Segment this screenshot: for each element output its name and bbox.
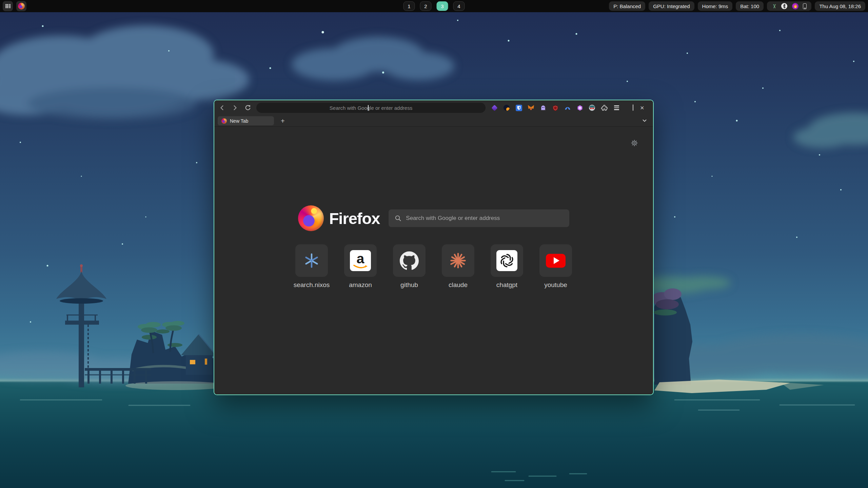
workspace-1[interactable]: 1 (403, 1, 415, 11)
extension-dark-reader-icon[interactable] (503, 104, 510, 111)
firefox-window: Search with Google or enter address (214, 100, 654, 395)
shortcut-label: amazon (349, 281, 372, 289)
back-button[interactable] (217, 103, 227, 113)
puzzle-icon (601, 104, 608, 111)
water-highlights (20, 400, 854, 481)
claude-starburst-icon (449, 251, 467, 270)
status-bar: 1 2 3 4 P: Balanced GPU: Integrated Home… (0, 0, 868, 12)
extensions-puzzle-button[interactable] (601, 104, 608, 111)
close-button[interactable]: × (640, 104, 644, 111)
url-bar[interactable]: Search with Google or enter address (256, 103, 486, 113)
shortcut-amazon[interactable]: a amazon (344, 244, 377, 289)
extension-spy-face-icon[interactable] (589, 104, 595, 111)
shortcut-youtube[interactable]: youtube (539, 244, 572, 289)
phone-tray-icon[interactable] (803, 3, 807, 9)
openai-knot-icon (496, 250, 517, 271)
workspace-3-label: 3 (441, 3, 443, 9)
search-icon (395, 215, 401, 222)
workspace-3-active[interactable]: 3 (437, 1, 448, 11)
text-caret (368, 105, 369, 110)
workspace-4-label: 4 (457, 3, 460, 9)
firefox-launcher-button[interactable] (16, 1, 26, 11)
apps-launcher-button[interactable] (3, 1, 13, 11)
chevron-down-icon (642, 118, 648, 124)
workspace-2-label: 2 (424, 3, 427, 9)
extension-purple-gem-icon[interactable] (491, 104, 498, 111)
personalize-button[interactable] (631, 139, 638, 148)
shortcut-label: chatgpt (496, 281, 517, 289)
list-all-tabs-button[interactable] (642, 118, 648, 125)
new-tab-page: Firefox (214, 127, 653, 394)
clock-pill[interactable]: Thu Aug 08, 18:26 (815, 1, 865, 11)
browser-toolbar: Search with Google or enter address (214, 100, 653, 115)
back-icon (219, 104, 225, 111)
workspace-switcher: 1 2 3 4 (403, 1, 465, 11)
firefox-icon (18, 3, 25, 9)
shortcuts-row: search.nixos a amazon github (214, 244, 653, 289)
extension-metamask-icon[interactable] (528, 104, 534, 111)
power-profile-pill[interactable]: P: Balanced (609, 1, 645, 11)
shortcut-claude[interactable]: claude (442, 244, 474, 289)
ping-pill[interactable]: Home: 9ms (698, 1, 733, 11)
apps-grid-icon (5, 4, 11, 8)
lit-window (190, 360, 195, 364)
newtab-hero: Firefox (214, 205, 653, 231)
forward-icon (232, 104, 238, 111)
scissors-tray-icon[interactable]: ✂ (771, 4, 778, 8)
extension-ghostery-icon[interactable] (540, 104, 547, 111)
system-tray: ✂ (767, 1, 811, 11)
new-tab-button[interactable]: + (279, 118, 286, 124)
extension-nordvpn-icon[interactable] (564, 104, 571, 111)
forward-button[interactable] (230, 103, 240, 113)
clock-label: Thu Aug 08, 18:26 (819, 3, 861, 9)
shortcut-label: youtube (544, 281, 567, 289)
gpu-pill[interactable]: GPU: Integrated (649, 1, 694, 11)
power-profile-label: P: Balanced (613, 3, 641, 9)
extensions-row (491, 104, 620, 111)
github-octocat-icon (400, 251, 419, 270)
extension-hex-asterisk-icon[interactable] (576, 104, 583, 111)
gpu-label: GPU: Integrated (653, 3, 690, 9)
left-island (125, 321, 227, 390)
workspace-4[interactable]: 4 (453, 1, 465, 11)
window-controls: × (626, 104, 644, 111)
workspace-1-label: 1 (408, 3, 410, 9)
newtab-search-input[interactable] (406, 215, 563, 222)
shortcut-github[interactable]: github (393, 244, 426, 289)
reload-button[interactable] (243, 103, 253, 113)
reload-icon (244, 104, 251, 111)
firefox-logo (298, 205, 324, 231)
firefox-tab-icon (221, 118, 227, 124)
tab-new-tab[interactable]: New Tab (218, 116, 274, 125)
maximize-button[interactable] (633, 105, 633, 111)
nixos-snowflake-icon (303, 252, 320, 269)
extension-ublock-origin-icon[interactable] (552, 104, 559, 111)
shortcut-label: search.nixos (294, 281, 330, 289)
newtab-search-bar[interactable] (389, 209, 569, 227)
menu-button[interactable] (613, 104, 620, 111)
gear-icon (631, 139, 638, 147)
battery-pill[interactable]: Bat: 100 (736, 1, 764, 11)
ping-label: Home: 9ms (702, 3, 728, 9)
tab-bar: New Tab + (214, 115, 653, 127)
maximize-icon (633, 104, 633, 111)
extension-bitwarden-icon[interactable] (515, 104, 522, 111)
youtube-play-icon (546, 254, 566, 268)
workspace-2[interactable]: 2 (420, 1, 432, 11)
tab-title: New Tab (230, 118, 248, 124)
shortcut-label: github (400, 281, 418, 289)
bluetooth-icon[interactable] (781, 3, 788, 9)
firefox-wordmark: Firefox (329, 209, 380, 228)
flame-tray-icon[interactable] (792, 3, 798, 9)
url-bar-placeholder: Search with Google or enter address (256, 103, 486, 113)
amazon-icon: a (350, 250, 371, 271)
shortcut-search-nixos[interactable]: search.nixos (295, 244, 328, 289)
battery-label: Bat: 100 (740, 3, 759, 9)
shortcut-chatgpt[interactable]: chatgpt (491, 244, 523, 289)
shortcut-label: claude (449, 281, 468, 289)
